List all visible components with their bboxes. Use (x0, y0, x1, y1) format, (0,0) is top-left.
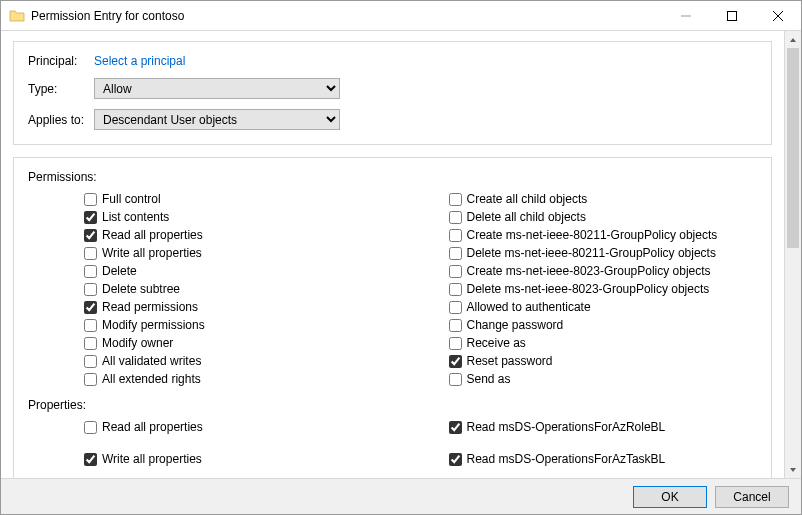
ok-button[interactable]: OK (633, 486, 707, 508)
property-row: Read all properties (84, 418, 393, 436)
permission-checkbox[interactable] (84, 247, 97, 260)
permission-label: List contents (102, 210, 169, 224)
properties-left-column: Read all propertiesWrite all properties (28, 418, 393, 468)
type-row: Type: Allow (28, 78, 757, 99)
permission-row: Change password (449, 316, 758, 334)
permission-label: Read permissions (102, 300, 198, 314)
permission-checkbox[interactable] (84, 337, 97, 350)
permission-checkbox[interactable] (449, 373, 462, 386)
permission-label: Delete ms-net-ieee-80211-GroupPolicy obj… (467, 246, 716, 260)
permission-label: Receive as (467, 336, 526, 350)
permission-checkbox[interactable] (449, 247, 462, 260)
permission-checkbox[interactable] (449, 229, 462, 242)
permission-checkbox[interactable] (84, 283, 97, 296)
permission-label: All validated writes (102, 354, 201, 368)
permission-row: Send as (449, 370, 758, 388)
properties-columns: Read all propertiesWrite all properties … (28, 418, 757, 468)
permission-label: Delete (102, 264, 137, 278)
cancel-button[interactable]: Cancel (715, 486, 789, 508)
window-title: Permission Entry for contoso (31, 9, 663, 23)
type-label: Type: (28, 82, 94, 96)
permission-checkbox[interactable] (84, 319, 97, 332)
applies-row: Applies to: Descendant User objects (28, 109, 757, 130)
permission-label: Delete all child objects (467, 210, 586, 224)
permission-checkbox[interactable] (84, 373, 97, 386)
permission-row: Modify permissions (84, 316, 393, 334)
property-checkbox[interactable] (84, 421, 97, 434)
permission-checkbox[interactable] (449, 355, 462, 368)
permission-checkbox[interactable] (449, 283, 462, 296)
permission-checkbox[interactable] (449, 211, 462, 224)
permission-checkbox[interactable] (84, 265, 97, 278)
svg-line-2 (773, 11, 783, 21)
permission-row: Delete subtree (84, 280, 393, 298)
permission-checkbox[interactable] (449, 301, 462, 314)
scroll-up-arrow[interactable] (785, 31, 801, 48)
permission-row: Reset password (449, 352, 758, 370)
content-area: Principal: Select a principal Type: Allo… (1, 31, 801, 478)
permission-row: Write all properties (84, 244, 393, 262)
permissions-right-column: Create all child objectsDelete all child… (393, 190, 758, 388)
property-label: Read all properties (102, 420, 203, 434)
principal-row: Principal: Select a principal (28, 54, 757, 68)
permission-row: All extended rights (84, 370, 393, 388)
permission-checkbox[interactable] (84, 355, 97, 368)
permission-label: Full control (102, 192, 161, 206)
property-row: Read msDS-OperationsForAzTaskBL (449, 450, 758, 468)
permission-label: Write all properties (102, 246, 202, 260)
type-select[interactable]: Allow (94, 78, 340, 99)
permission-checkbox[interactable] (84, 211, 97, 224)
property-checkbox[interactable] (449, 421, 462, 434)
property-label: Read msDS-OperationsForAzTaskBL (467, 452, 666, 466)
applies-select[interactable]: Descendant User objects (94, 109, 340, 130)
content-inner: Principal: Select a principal Type: Allo… (1, 31, 784, 478)
principal-label: Principal: (28, 54, 94, 68)
property-row: Write all properties (84, 450, 393, 468)
permission-label: Modify permissions (102, 318, 205, 332)
permission-checkbox[interactable] (84, 229, 97, 242)
property-row: Read msDS-OperationsForAzRoleBL (449, 418, 758, 436)
permission-row: Delete (84, 262, 393, 280)
permission-row: Allowed to authenticate (449, 298, 758, 316)
basic-settings-panel: Principal: Select a principal Type: Allo… (13, 41, 772, 145)
dialog-footer: OK Cancel (1, 478, 801, 514)
scroll-track[interactable] (785, 48, 801, 461)
permission-checkbox[interactable] (449, 193, 462, 206)
close-button[interactable] (755, 1, 801, 30)
titlebar: Permission Entry for contoso (1, 1, 801, 31)
permission-row: Full control (84, 190, 393, 208)
permission-checkbox[interactable] (84, 301, 97, 314)
permission-label: Modify owner (102, 336, 173, 350)
permission-label: Delete ms-net-ieee-8023-GroupPolicy obje… (467, 282, 710, 296)
property-checkbox[interactable] (84, 453, 97, 466)
permission-row: Delete ms-net-ieee-8023-GroupPolicy obje… (449, 280, 758, 298)
permission-row: Delete all child objects (449, 208, 758, 226)
permissions-columns: Full controlList contentsRead all proper… (28, 190, 757, 388)
minimize-button[interactable] (663, 1, 709, 30)
maximize-button[interactable] (709, 1, 755, 30)
permission-checkbox[interactable] (84, 193, 97, 206)
permission-label: Send as (467, 372, 511, 386)
vertical-scrollbar[interactable] (784, 31, 801, 478)
applies-label: Applies to: (28, 113, 94, 127)
scroll-thumb[interactable] (787, 48, 799, 248)
window-controls (663, 1, 801, 30)
property-label: Read msDS-OperationsForAzRoleBL (467, 420, 666, 434)
svg-rect-1 (728, 11, 737, 20)
permission-label: Create all child objects (467, 192, 588, 206)
permissions-panel: Permissions: Full controlList contentsRe… (13, 157, 772, 478)
scroll-down-arrow[interactable] (785, 461, 801, 478)
permission-row: Receive as (449, 334, 758, 352)
permission-label: Delete subtree (102, 282, 180, 296)
permission-row: List contents (84, 208, 393, 226)
permission-checkbox[interactable] (449, 337, 462, 350)
permission-row: Create all child objects (449, 190, 758, 208)
property-checkbox[interactable] (449, 453, 462, 466)
select-principal-link[interactable]: Select a principal (94, 54, 185, 68)
permission-label: Create ms-net-ieee-8023-GroupPolicy obje… (467, 264, 711, 278)
permission-row: Delete ms-net-ieee-80211-GroupPolicy obj… (449, 244, 758, 262)
permission-checkbox[interactable] (449, 265, 462, 278)
folder-icon (9, 8, 25, 24)
permission-checkbox[interactable] (449, 319, 462, 332)
properties-section-label: Properties: (28, 398, 757, 412)
